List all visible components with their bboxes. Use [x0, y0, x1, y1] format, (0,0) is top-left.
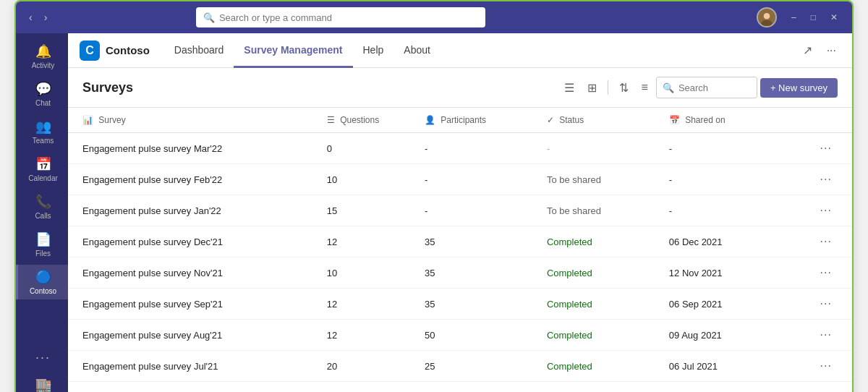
status-cell: To be shared	[532, 164, 655, 195]
close-button[interactable]: ✕	[825, 11, 843, 24]
th-questions[interactable]: ☰ Questions	[312, 108, 410, 133]
survey-table: 📊 Survey ☰ Questions 👤 Participants	[68, 108, 852, 392]
th-status[interactable]: ✓ Status	[532, 108, 655, 133]
row-more-button[interactable]: ···	[816, 358, 836, 374]
new-survey-button[interactable]: + New survey	[760, 78, 838, 98]
tab-about[interactable]: About	[393, 34, 441, 68]
more-apps-icon: ···	[35, 350, 51, 365]
tab-help-label: Help	[363, 44, 384, 56]
survey-table-body: Engagement pulse survey Mar'22 0 - - - ·…	[68, 133, 852, 393]
sort-button[interactable]: ⇅	[614, 77, 634, 98]
open-external-button[interactable]: ↗	[799, 41, 817, 60]
status-cell: Completed	[532, 320, 655, 351]
table-row: Engagement pulse survey Jan'22 15 - To b…	[68, 195, 852, 226]
sidebar-item-calls[interactable]: 📞 Calls	[16, 189, 68, 224]
nav-forward-button[interactable]: ›	[40, 10, 52, 25]
surveys-title: Surveys	[82, 80, 553, 95]
sidebar-label-teams: Teams	[33, 137, 54, 145]
row-more-button[interactable]: ···	[816, 265, 836, 281]
row-more-button[interactable]: ···	[816, 327, 836, 343]
row-more-button[interactable]: ···	[816, 171, 836, 187]
status-cell: Completed	[532, 382, 655, 393]
th-status-label: Status	[559, 115, 584, 125]
participants-cell: 35	[410, 257, 532, 289]
sort-icon: ⇅	[619, 82, 629, 94]
participants-cell: -	[410, 164, 532, 195]
row-actions-cell: ···	[801, 382, 852, 393]
calendar-icon: 📅	[35, 156, 51, 172]
table-row: Engagement pulse survey Jul'21 20 25 Com…	[68, 351, 852, 382]
survey-name-cell: Engagement pulse survey Mar'22	[68, 133, 312, 164]
row-more-button[interactable]: ···	[816, 389, 836, 392]
participants-cell: 25	[410, 351, 532, 382]
table-row: Engagement pulse survey Nov'21 10 35 Com…	[68, 257, 852, 289]
sidebar-label-files: Files	[35, 250, 51, 257]
th-survey[interactable]: 📊 Survey	[68, 108, 312, 133]
sidebar-item-calendar[interactable]: 📅 Calendar	[16, 152, 68, 187]
survey-name-cell: Engagement pulse survey Nov'21	[68, 257, 312, 289]
surveys-header: Surveys ☰ ⊞ ⇅ ≡	[68, 68, 852, 108]
nav-more-button[interactable]: ···	[822, 41, 841, 60]
nav-tabs: Dashboard Survey Management Help About	[164, 33, 441, 67]
survey-search-input[interactable]	[678, 82, 751, 93]
th-participants[interactable]: 👤 Participants	[410, 108, 532, 133]
search-wrap[interactable]: 🔍	[656, 77, 757, 98]
sidebar-item-activity[interactable]: 🔔 Activity	[16, 39, 68, 74]
title-search-bar[interactable]: 🔍	[196, 7, 485, 27]
th-questions-label: Questions	[340, 115, 379, 125]
status-cell: Completed	[532, 351, 655, 382]
participants-cell: 35	[410, 226, 532, 257]
participants-cell: -	[410, 195, 532, 226]
shared-on-cell: 09 Aug 2021	[655, 320, 801, 351]
sidebar-label-calendar: Calendar	[28, 174, 58, 182]
store-icon: 🏬	[35, 377, 51, 392]
questions-cell: 12	[312, 320, 410, 351]
status-col-icon: ✓	[547, 115, 554, 125]
logo-letter: C	[85, 44, 94, 57]
nav-controls: ‹ ›	[25, 10, 51, 25]
shared-on-cell: -	[655, 133, 801, 164]
sidebar-item-store[interactable]: 🏬 Store	[16, 372, 68, 392]
nav-back-button[interactable]: ‹	[25, 10, 37, 25]
row-more-button[interactable]: ···	[816, 140, 836, 156]
sidebar-label-calls: Calls	[35, 212, 51, 220]
files-icon: 📄	[35, 231, 51, 247]
filter-icon: ≡	[642, 81, 648, 93]
row-actions-cell: ···	[801, 133, 852, 164]
table-row: Engagement pulse survey Feb'22 10 - To b…	[68, 164, 852, 195]
participants-cell: 50	[410, 320, 532, 351]
shared-on-cell: 06 Sep 2021	[655, 289, 801, 320]
row-actions-cell: ···	[801, 320, 852, 351]
tab-dashboard[interactable]: Dashboard	[164, 34, 234, 68]
grid-view-button[interactable]: ⊞	[582, 77, 602, 98]
minimize-button[interactable]: –	[786, 11, 802, 24]
maximize-button[interactable]: □	[805, 11, 822, 24]
sidebar-item-files[interactable]: 📄 Files	[16, 227, 68, 262]
row-more-button[interactable]: ···	[816, 296, 836, 312]
survey-name-cell: Engagement pulse survey Sep'21	[68, 289, 312, 320]
sidebar-item-more[interactable]: ···	[16, 346, 68, 370]
avatar[interactable]	[757, 7, 777, 27]
toolbar-group: ☰ ⊞ ⇅ ≡ 🔍	[559, 77, 838, 98]
open-external-icon: ↗	[803, 44, 812, 56]
svg-point-2	[761, 20, 772, 27]
tab-survey-management[interactable]: Survey Management	[234, 34, 352, 68]
sidebar-item-teams[interactable]: 👥 Teams	[16, 114, 68, 149]
app-logo: C Contoso	[80, 41, 150, 61]
title-search-input[interactable]	[219, 12, 478, 23]
questions-cell: 12	[312, 226, 410, 257]
toolbar-divider	[608, 80, 608, 95]
tab-help[interactable]: Help	[353, 34, 394, 68]
questions-cell: 10	[312, 257, 410, 289]
th-shared-on[interactable]: 📅 Shared on	[655, 108, 801, 133]
table-header: 📊 Survey ☰ Questions 👤 Participants	[68, 108, 852, 133]
sidebar-label-contoso: Contoso	[30, 287, 56, 295]
row-more-button[interactable]: ···	[816, 203, 836, 218]
sidebar-item-contoso[interactable]: 🔵 Contoso	[16, 265, 68, 299]
calls-icon: 📞	[35, 194, 51, 210]
list-view-button[interactable]: ☰	[559, 77, 579, 98]
logo-icon: C	[80, 41, 100, 61]
row-more-button[interactable]: ···	[816, 234, 836, 250]
filter-button[interactable]: ≡	[637, 77, 653, 98]
sidebar-item-chat[interactable]: 💬 Chat	[16, 77, 68, 111]
